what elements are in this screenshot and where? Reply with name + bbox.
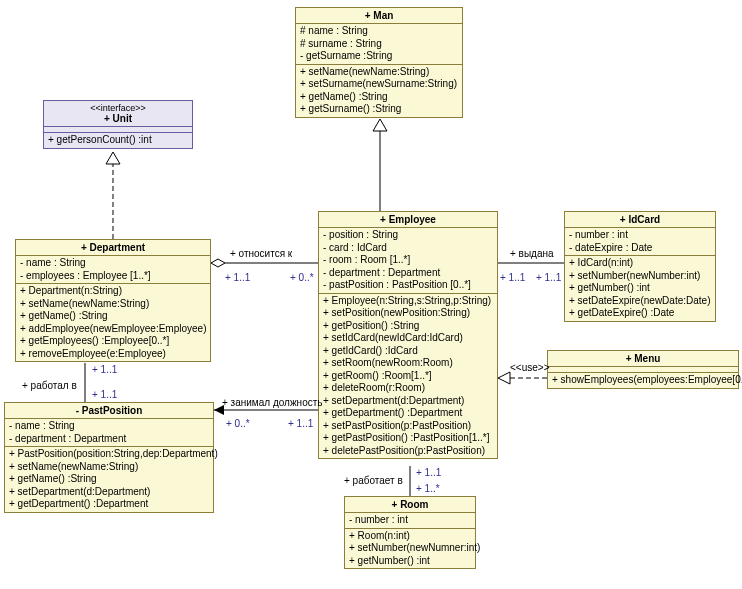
op: + getEmployees() :Employee[0..*] [20, 335, 206, 348]
attr: # name : String [300, 25, 458, 38]
attr: - getSurname :String [300, 50, 458, 63]
attr: - room : Room [1..*] [323, 254, 493, 267]
mult: + 1..1 [92, 364, 117, 375]
ops: + setName(newName:String) + setSurname(n… [296, 65, 462, 117]
class-header: + Department [16, 240, 210, 256]
attr: - employees : Employee [1..*] [20, 270, 206, 283]
op: + getName() :String [300, 91, 458, 104]
op: + getName() :String [9, 473, 209, 486]
attr: - number : int [569, 229, 711, 242]
stereotype: <<interface>> [48, 103, 188, 113]
class-header: + Room [345, 497, 475, 513]
attrs: - number : int - dateExpire : Date [565, 228, 715, 256]
mult: + 0..* [290, 272, 314, 283]
assoc-label: + выдана [510, 248, 554, 259]
op: + PastPosition(position:String,dep:Depar… [9, 448, 209, 461]
op: + showEmployees(employees:Employee[0..*]… [552, 374, 734, 387]
op: + getPosition() :String [323, 320, 493, 333]
attrs: - name : String - employees : Employee [… [16, 256, 210, 284]
op: + Room(n:int) [349, 530, 471, 543]
class-header: + Menu [548, 351, 738, 367]
class-employee: + Employee - position : String - card : … [318, 211, 498, 459]
op: + setPastPosition(p:PastPosition) [323, 420, 493, 433]
op: + setName(newName:String) [9, 461, 209, 474]
attrs: - number : int [345, 513, 475, 529]
attr: # surname : String [300, 38, 458, 51]
op: + setNumber(newNumber:int) [569, 270, 711, 283]
class-name: + Unit [104, 113, 132, 124]
op: + getDepartment() :Department [9, 498, 209, 511]
op: + addEmployee(newEmployee:Employee) [20, 323, 206, 336]
ops: + Room(n:int) + setNumber(newNumner:int)… [345, 529, 475, 569]
op: + Department(n:String) [20, 285, 206, 298]
attr: - card : IdCard [323, 242, 493, 255]
op: + deleteRoom(r:Room) [323, 382, 493, 395]
op: + getPersonCount() :int [48, 134, 188, 147]
attrs: - name : String - department : Departmen… [5, 419, 213, 447]
op: + removeEmployee(e:Employee) [20, 348, 206, 361]
op: + getName() :String [20, 310, 206, 323]
op: + setDateExpire(newDate:Date) [569, 295, 711, 308]
attr: - department : Department [9, 433, 209, 446]
op: + getDepartment() :Department [323, 407, 493, 420]
attr: - name : String [9, 420, 209, 433]
attr: - name : String [20, 257, 206, 270]
ops: + Department(n:String) + setName(newName… [16, 284, 210, 361]
op: + setName(newName:String) [20, 298, 206, 311]
class-header: + IdCard [565, 212, 715, 228]
op: + getNumber() :int [569, 282, 711, 295]
attrs: # name : String # surname : String - get… [296, 24, 462, 65]
assoc-label: + работает в [344, 475, 403, 486]
svg-marker-3 [373, 119, 387, 131]
op: + getDateExpire() :Date [569, 307, 711, 320]
op: + setSurname(newSurname:String) [300, 78, 458, 91]
class-pastposition: - PastPosition - name : String - departm… [4, 402, 214, 513]
attr: - department : Department [323, 267, 493, 280]
assoc-label: + работал в [22, 380, 77, 391]
op: + Employee(n:String,s:String,p:String) [323, 295, 493, 308]
class-idcard: + IdCard - number : int - dateExpire : D… [564, 211, 716, 322]
mult: + 1..1 [416, 467, 441, 478]
ops: + PastPosition(position:String,dep:Depar… [5, 447, 213, 512]
op: + IdCard(n:int) [569, 257, 711, 270]
op: + setIdCard(newIdCard:IdCard) [323, 332, 493, 345]
assoc-label: + занимал должность [222, 397, 323, 408]
mult: + 1..1 [536, 272, 561, 283]
attr: - pastPosition : PastPosition [0..*] [323, 279, 493, 292]
class-header: - PastPosition [5, 403, 213, 419]
op: + getIdCard() :IdCard [323, 345, 493, 358]
op: + setNumber(newNumner:int) [349, 542, 471, 555]
class-unit: <<interface>> + Unit + getPersonCount() … [43, 100, 193, 149]
op: + getPastPosition() :PastPosition[1..*] [323, 432, 493, 445]
op: + getNumber() :int [349, 555, 471, 568]
mult: + 1..* [416, 483, 440, 494]
op: + deletePastPosition(p:PastPosition) [323, 445, 493, 458]
op: + setDepartment(d:Department) [323, 395, 493, 408]
mult: + 1..1 [500, 272, 525, 283]
class-menu: + Menu + showEmployees(employees:Employe… [547, 350, 739, 389]
ops: + getPersonCount() :int [44, 133, 192, 148]
class-department: + Department - name : String - employees… [15, 239, 211, 362]
op: + setName(newName:String) [300, 66, 458, 79]
svg-marker-5 [211, 259, 225, 267]
class-room: + Room - number : int + Room(n:int) + se… [344, 496, 476, 569]
use-label: <<use>> [510, 362, 549, 373]
attr: - position : String [323, 229, 493, 242]
mult: + 1..1 [288, 418, 313, 429]
op: + getRoom() :Room[1..*] [323, 370, 493, 383]
class-man: + Man # name : String # surname : String… [295, 7, 463, 118]
mult: + 1..1 [92, 389, 117, 400]
class-header: + Employee [319, 212, 497, 228]
class-header: <<interface>> + Unit [44, 101, 192, 127]
ops: + IdCard(n:int) + setNumber(newNumber:in… [565, 256, 715, 321]
ops: + Employee(n:String,s:String,p:String) +… [319, 294, 497, 459]
class-header: + Man [296, 8, 462, 24]
op: + setDepartment(d:Department) [9, 486, 209, 499]
mult: + 0..* [226, 418, 250, 429]
mult: + 1..1 [225, 272, 250, 283]
attrs: - position : String - card : IdCard - ro… [319, 228, 497, 294]
attr: - dateExpire : Date [569, 242, 711, 255]
assoc-label: + относится к [230, 248, 292, 259]
svg-marker-1 [106, 152, 120, 164]
op: + setRoom(newRoom:Room) [323, 357, 493, 370]
